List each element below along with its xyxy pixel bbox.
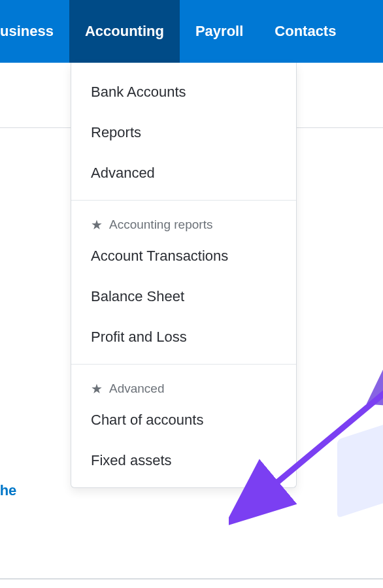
dropdown-section-advanced: ★ Advanced Chart of accounts Fixed asset… bbox=[71, 364, 296, 487]
dropdown-section-main: Bank Accounts Reports Advanced bbox=[71, 63, 296, 200]
menu-item-label: Bank Accounts bbox=[91, 84, 186, 100]
menu-item-fixed-assets[interactable]: Fixed assets bbox=[71, 440, 296, 481]
menu-item-chart-of-accounts[interactable]: Chart of accounts bbox=[71, 400, 296, 440]
menu-item-label: Account Transactions bbox=[91, 248, 228, 264]
menu-item-label: Chart of accounts bbox=[91, 412, 203, 428]
star-icon: ★ bbox=[91, 382, 103, 395]
dropdown-heading-label: Advanced bbox=[109, 382, 165, 396]
nav-item-label: Contacts bbox=[275, 23, 336, 40]
menu-item-reports[interactable]: Reports bbox=[71, 112, 296, 153]
nav-item-business[interactable]: usiness bbox=[0, 0, 69, 63]
illustration bbox=[331, 340, 383, 536]
nav-item-label: usiness bbox=[0, 23, 54, 40]
menu-item-label: Fixed assets bbox=[91, 452, 172, 468]
dropdown-heading-advanced: ★ Advanced bbox=[71, 368, 296, 400]
dropdown-heading-label: Accounting reports bbox=[109, 218, 212, 232]
menu-item-account-transactions[interactable]: Account Transactions bbox=[71, 236, 296, 276]
page-link-fragment[interactable]: ew of the bbox=[0, 482, 16, 499]
accounting-dropdown: Bank Accounts Reports Advanced ★ Account… bbox=[71, 63, 297, 488]
star-icon: ★ bbox=[91, 218, 103, 231]
nav-item-payroll[interactable]: Payroll bbox=[180, 0, 259, 63]
menu-item-label: Reports bbox=[91, 124, 141, 140]
nav-item-contacts[interactable]: Contacts bbox=[259, 0, 352, 63]
nav-item-label: Accounting bbox=[85, 23, 164, 40]
nav-item-label: Payroll bbox=[195, 23, 243, 40]
dropdown-heading-accounting-reports: ★ Accounting reports bbox=[71, 204, 296, 236]
dropdown-section-reports: ★ Accounting reports Account Transaction… bbox=[71, 200, 296, 364]
nav-item-accounting[interactable]: Accounting bbox=[69, 0, 180, 63]
menu-item-balance-sheet[interactable]: Balance Sheet bbox=[71, 276, 296, 317]
divider-bottom bbox=[0, 578, 383, 580]
menu-item-bank-accounts[interactable]: Bank Accounts bbox=[71, 72, 296, 112]
menu-item-label: Profit and Loss bbox=[91, 329, 187, 345]
menu-item-advanced[interactable]: Advanced bbox=[71, 153, 296, 193]
menu-item-label: Balance Sheet bbox=[91, 288, 184, 304]
menu-item-label: Advanced bbox=[91, 165, 155, 181]
top-nav: usiness Accounting Payroll Contacts bbox=[0, 0, 383, 63]
menu-item-profit-and-loss[interactable]: Profit and Loss bbox=[71, 317, 296, 357]
